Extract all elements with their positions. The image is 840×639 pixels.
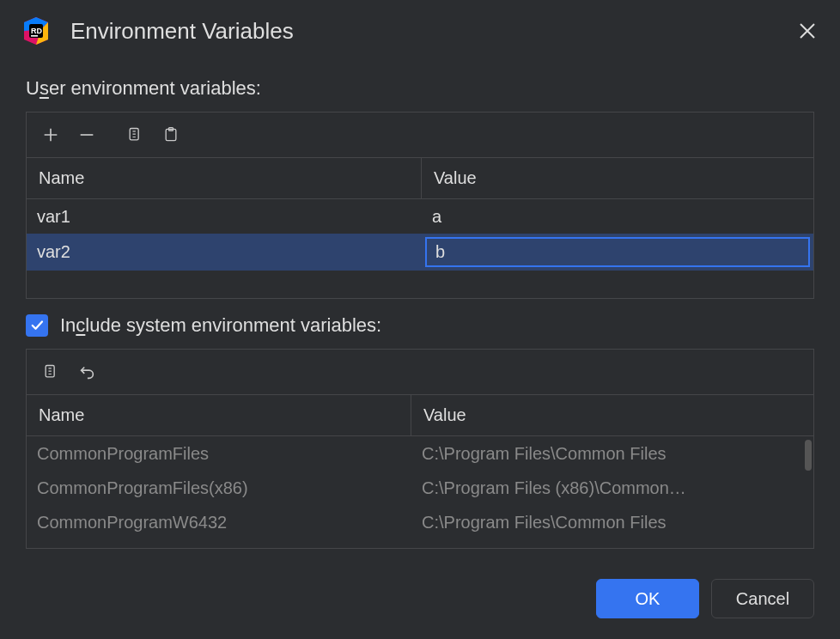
svg-text:RD: RD	[31, 27, 42, 35]
cell-name: CommonProgramW6432	[27, 505, 411, 539]
col-value[interactable]: Value	[411, 395, 813, 435]
cell-value: C:\Program Files\Common Files	[411, 505, 813, 539]
app-icon: RD	[21, 15, 52, 46]
paste-button[interactable]	[155, 119, 186, 150]
include-system-checkbox[interactable]	[26, 314, 48, 337]
environment-variables-dialog: RD Environment Variables User environmen…	[0, 0, 840, 639]
add-button[interactable]	[35, 119, 66, 150]
cell-name: CommonProgramFiles	[27, 436, 411, 471]
minus-icon	[77, 125, 96, 144]
user-table-body: var1 a var2	[27, 199, 813, 298]
col-name[interactable]: Name	[27, 158, 422, 198]
user-vars-toolbar	[27, 113, 813, 158]
remove-button[interactable]	[71, 119, 102, 150]
table-row[interactable]: CommonProgramFiles C:\Program Files\Comm…	[27, 436, 813, 471]
user-table-header: Name Value	[27, 158, 813, 199]
cell-value: C:\Program Files (x86)\Common…	[411, 471, 813, 505]
include-system-label: Include system environment variables:	[60, 314, 381, 337]
table-row[interactable]: var2	[27, 234, 813, 271]
cell-name: CommonProgramFiles(x86)	[27, 471, 411, 505]
col-name[interactable]: Name	[27, 395, 411, 435]
copy-button[interactable]	[35, 356, 66, 387]
user-vars-label: User environment variables:	[0, 77, 840, 100]
copy-button[interactable]	[119, 119, 150, 150]
table-row[interactable]: CommonProgramFiles(x86) C:\Program Files…	[27, 471, 813, 505]
cell-value-editing[interactable]	[422, 234, 813, 271]
table-row[interactable]: CommonProgramW6432 C:\Program Files\Comm…	[27, 505, 813, 539]
include-system-row: Include system environment variables:	[0, 314, 840, 337]
cell-value: C:\Program Files\Common Files	[411, 436, 813, 471]
table-row[interactable]: var1 a	[27, 199, 813, 234]
ok-button[interactable]: OK	[596, 579, 699, 618]
dialog-title: Environment Variables	[70, 18, 776, 45]
revert-button[interactable]	[71, 356, 102, 387]
paste-icon	[162, 126, 180, 143]
empty-row	[27, 271, 813, 298]
close-icon	[797, 21, 818, 41]
user-vars-table: Name Value var1 a var2	[26, 112, 814, 299]
check-icon	[29, 318, 45, 333]
svg-rect-5	[31, 35, 38, 37]
copy-icon	[126, 126, 143, 143]
system-vars-toolbar	[27, 350, 813, 395]
system-table-header: Name Value	[27, 395, 813, 436]
revert-icon	[77, 362, 96, 381]
system-table-body: CommonProgramFiles C:\Program Files\Comm…	[27, 436, 813, 548]
cancel-button[interactable]: Cancel	[711, 579, 814, 618]
titlebar: RD Environment Variables	[0, 0, 840, 55]
value-input[interactable]	[425, 237, 810, 267]
system-vars-table: Name Value CommonProgramFiles C:\Program…	[26, 349, 814, 549]
cell-name[interactable]: var1	[27, 199, 422, 234]
plus-icon	[41, 125, 60, 144]
dialog-footer: OK Cancel	[0, 562, 840, 639]
cell-value[interactable]: a	[422, 199, 813, 234]
scrollbar[interactable]	[805, 440, 812, 471]
col-value[interactable]: Value	[422, 158, 813, 198]
cell-name[interactable]: var2	[27, 234, 422, 271]
copy-icon	[42, 363, 59, 380]
close-button[interactable]	[795, 19, 819, 43]
